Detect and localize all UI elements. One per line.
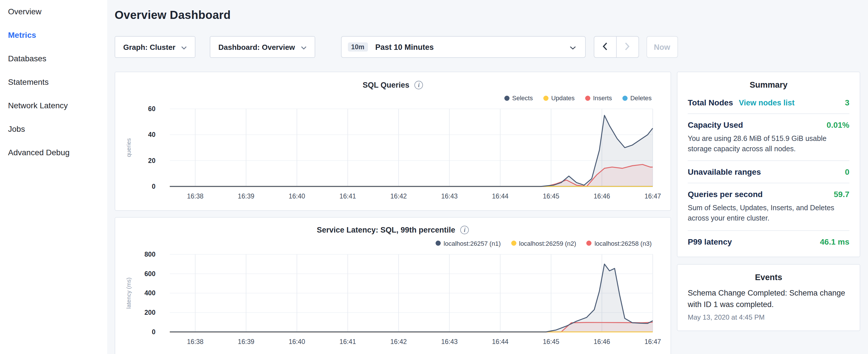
chevron-down-icon (301, 43, 306, 51)
events-title: Events (688, 272, 849, 282)
view-nodes-link[interactable]: View nodes list (739, 99, 795, 107)
svg-text:16:46: 16:46 (594, 338, 610, 345)
time-forward-button[interactable] (616, 36, 639, 58)
legend-item[interactable]: Selects (504, 95, 533, 101)
svg-text:16:45: 16:45 (543, 192, 559, 200)
legend-dot (622, 95, 627, 100)
event-timestamp: May 13, 2020 at 4:45 PM (688, 314, 849, 322)
chevron-down-icon (181, 43, 187, 51)
sql-queries-chart[interactable]: 16:3816:3916:4016:4116:4216:4316:4416:45… (115, 103, 671, 206)
svg-text:16:42: 16:42 (390, 192, 407, 200)
dashboard-content: SQL Queries i SelectsUpdatesInsertsDelet… (115, 72, 860, 354)
toolbar: Graph: Cluster Dashboard: Overview 10m P… (115, 36, 860, 58)
time-range-label: Past 10 Minutes (375, 43, 434, 51)
sidebar-item-databases[interactable]: Databases (8, 53, 107, 64)
svg-text:60: 60 (148, 105, 156, 112)
summary-row-top: Capacity Used0.01% (688, 120, 849, 129)
time-back-button[interactable] (593, 36, 616, 58)
legend-dot (587, 240, 592, 246)
summary-value: 59.7 (834, 190, 850, 199)
svg-text:16:40: 16:40 (288, 192, 305, 200)
sql-queries-chart-panel: SQL Queries i SelectsUpdatesInsertsDelet… (115, 72, 671, 211)
info-icon[interactable]: i (415, 81, 423, 89)
event-text: Schema Change Completed: Schema change w… (688, 287, 849, 311)
svg-text:queries: queries (125, 138, 132, 157)
svg-text:0: 0 (152, 328, 156, 335)
sidebar-item-overview[interactable]: Overview (8, 6, 107, 17)
svg-text:16:38: 16:38 (187, 338, 204, 345)
main-content: Overview Dashboard Graph: Cluster Dashbo… (107, 0, 868, 354)
legend-dot (436, 240, 441, 246)
summary-value: 0 (845, 167, 849, 177)
summary-label: Capacity Used (688, 120, 743, 129)
legend-dot (511, 240, 516, 246)
chart-head: Service Latency: SQL, 99th percentile i (115, 223, 671, 237)
sidebar-item-statements[interactable]: Statements (8, 76, 107, 88)
page-title: Overview Dashboard (115, 9, 860, 22)
svg-text:16:41: 16:41 (340, 338, 356, 345)
svg-text:16:43: 16:43 (441, 338, 458, 345)
svg-text:16:45: 16:45 (543, 338, 559, 345)
time-step-buttons (593, 36, 639, 58)
sidebar-item-advanced-debug[interactable]: Advanced Debug (8, 147, 107, 158)
time-range-badge: 10m (348, 42, 368, 52)
chevron-down-icon (569, 42, 576, 52)
legend-dot (585, 95, 590, 100)
app-root: OverviewMetricsDatabasesStatementsNetwor… (0, 0, 868, 354)
svg-text:0: 0 (152, 183, 156, 190)
summary-row-top: Queries per second59.7 (688, 190, 849, 199)
now-button[interactable]: Now (646, 36, 678, 58)
sidebar-item-metrics[interactable]: Metrics (8, 29, 107, 41)
summary-rows: Total NodesView nodes list3Capacity Used… (688, 92, 849, 247)
dashboard-dropdown[interactable]: Dashboard: Overview (210, 36, 315, 58)
summary-row: Capacity Used0.01%You are using 28.6 MiB… (688, 114, 849, 161)
legend-item[interactable]: Deletes (622, 95, 652, 101)
sidebar-item-jobs[interactable]: Jobs (8, 123, 107, 135)
service-latency-chart-panel: Service Latency: SQL, 99th percentile i … (115, 217, 671, 354)
summary-subtext: Sum of Selects, Updates, Inserts, and De… (688, 203, 849, 224)
summary-label: Total Nodes (688, 98, 733, 107)
graph-scope-dropdown[interactable]: Graph: Cluster (115, 36, 195, 58)
chart-legend: SelectsUpdatesInsertsDeletes (115, 93, 671, 103)
svg-text:200: 200 (145, 309, 155, 316)
legend-item[interactable]: Updates (543, 95, 575, 101)
summary-label: Queries per second (688, 190, 763, 199)
legend-dot (543, 95, 548, 100)
legend-dot (504, 95, 509, 100)
summary-subtext: You are using 28.6 MiB of 515.9 GiB usab… (688, 133, 849, 154)
legend-item[interactable]: localhost:26258 (n3) (587, 240, 652, 247)
summary-row: Total NodesView nodes list3 (688, 92, 849, 114)
time-range-dropdown[interactable]: 10m Past 10 Minutes (341, 36, 585, 58)
summary-row-top: Total NodesView nodes list3 (688, 98, 849, 107)
svg-text:16:39: 16:39 (238, 338, 254, 345)
svg-text:16:42: 16:42 (390, 338, 407, 345)
event-item: Schema Change Completed: Schema change w… (688, 287, 849, 322)
sidebar-item-network-latency[interactable]: Network Latency (8, 100, 107, 111)
chevron-right-icon (625, 42, 630, 52)
summary-title: Summary (688, 80, 849, 89)
svg-text:16:38: 16:38 (187, 192, 204, 200)
summary-label: Unavailable ranges (688, 167, 761, 177)
right-sidebar: Summary Total NodesView nodes list3Capac… (677, 72, 860, 331)
svg-text:16:43: 16:43 (441, 192, 458, 200)
service-latency-chart[interactable]: 16:3816:3916:4016:4116:4216:4316:4416:45… (115, 248, 671, 352)
svg-text:400: 400 (145, 289, 155, 297)
chart-legend: localhost:26257 (n1)localhost:26259 (n2)… (115, 238, 671, 248)
summary-row-top: Unavailable ranges0 (688, 167, 849, 177)
svg-text:16:40: 16:40 (288, 338, 305, 345)
chart-title: SQL Queries (363, 81, 409, 89)
legend-item[interactable]: localhost:26257 (n1) (436, 240, 501, 247)
svg-text:40: 40 (148, 131, 156, 138)
summary-row-top: P99 latency46.1 ms (688, 237, 849, 246)
svg-text:16:47: 16:47 (645, 338, 661, 345)
events-panel: Events Schema Change Completed: Schema c… (677, 264, 860, 331)
charts-column: SQL Queries i SelectsUpdatesInsertsDelet… (115, 72, 671, 354)
svg-text:16:44: 16:44 (492, 338, 509, 345)
summary-label: P99 latency (688, 237, 732, 246)
legend-item[interactable]: localhost:26259 (n2) (511, 240, 576, 247)
summary-value: 0.01% (827, 120, 849, 129)
dashboard-label: Dashboard: Overview (218, 43, 295, 51)
info-icon[interactable]: i (461, 226, 469, 234)
sidebar: OverviewMetricsDatabasesStatementsNetwor… (0, 0, 107, 354)
legend-item[interactable]: Inserts (585, 95, 612, 101)
